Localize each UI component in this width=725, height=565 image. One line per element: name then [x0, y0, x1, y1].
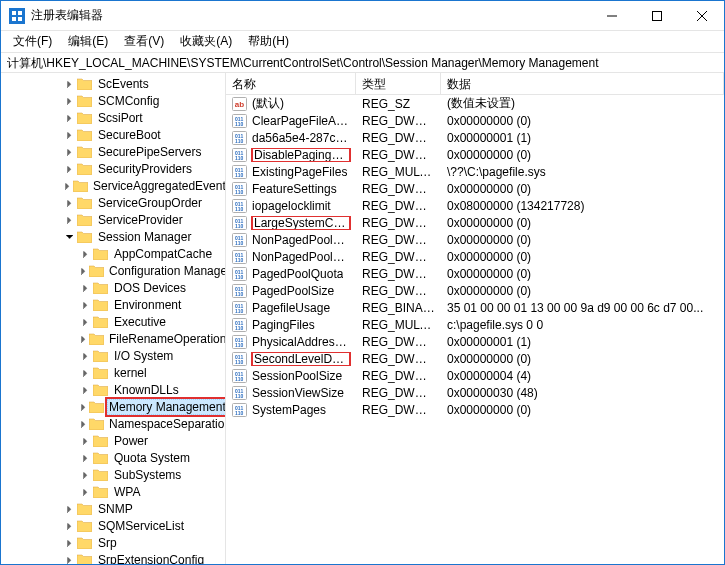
- tree-item[interactable]: ⏵SNMP: [63, 500, 225, 517]
- value-row[interactable]: 011110PagedPoolQuotaREG_DWORD0x00000000 …: [226, 265, 724, 282]
- minimize-button[interactable]: [589, 1, 634, 31]
- tree-item[interactable]: ⏵Environment: [79, 296, 225, 313]
- chevron-right-icon[interactable]: ⏵: [63, 112, 77, 123]
- tree-item[interactable]: ⏵FileRenameOperations: [79, 330, 225, 347]
- binary-value-icon: 011110: [232, 114, 248, 128]
- tree-item[interactable]: ⏵SQMServiceList: [63, 517, 225, 534]
- tree-item[interactable]: ⏵SCMConfig: [63, 92, 225, 109]
- folder-icon: [77, 502, 93, 516]
- tree-item[interactable]: ⏵ServiceProvider: [63, 211, 225, 228]
- chevron-right-icon[interactable]: ⏵: [79, 282, 93, 293]
- tree-item[interactable]: ⏵kernel: [79, 364, 225, 381]
- binary-value-icon: 011110: [232, 216, 248, 230]
- chevron-right-icon[interactable]: ⏵: [79, 367, 93, 378]
- tree-item[interactable]: ⏵Srp: [63, 534, 225, 551]
- chevron-right-icon[interactable]: ⏵: [79, 316, 93, 327]
- tree-item[interactable]: ⏵ScsiPort: [63, 109, 225, 126]
- value-row[interactable]: 011110FeatureSettingsREG_DWORD0x00000000…: [226, 180, 724, 197]
- chevron-right-icon[interactable]: ⏵: [79, 299, 93, 310]
- value-row[interactable]: 011110PagedPoolSizeREG_DWORD0x00000000 (…: [226, 282, 724, 299]
- menu-edit[interactable]: 编辑(E): [60, 31, 116, 52]
- values-panel[interactable]: 名称 类型 数据 ab(默认)REG_SZ(数值未设置)011110ClearP…: [226, 73, 724, 564]
- chevron-right-icon[interactable]: ⏵: [63, 163, 77, 174]
- close-button[interactable]: [679, 1, 724, 31]
- chevron-right-icon[interactable]: ⏵: [63, 95, 77, 106]
- chevron-right-icon[interactable]: ⏵: [63, 554, 77, 564]
- menu-help[interactable]: 帮助(H): [240, 31, 297, 52]
- tree-panel[interactable]: ⏵ScEvents⏵SCMConfig⏵ScsiPort⏵SecureBoot⏵…: [1, 73, 226, 564]
- tree-item[interactable]: ⏵DOS Devices: [79, 279, 225, 296]
- chevron-right-icon[interactable]: ⏵: [63, 129, 77, 140]
- tree-item[interactable]: ⏵WPA: [79, 483, 225, 500]
- chevron-right-icon[interactable]: ⏵: [79, 418, 89, 429]
- chevron-right-icon[interactable]: ⏵: [79, 469, 93, 480]
- value-data: (数值未设置): [441, 95, 724, 112]
- value-row[interactable]: 011110LargeSystemCacheREG_DWORD0x0000000…: [226, 214, 724, 231]
- tree-item[interactable]: ⏵I/O System: [79, 347, 225, 364]
- menu-file[interactable]: 文件(F): [5, 31, 60, 52]
- tree-item[interactable]: ⏵ServiceAggregatedEvents: [63, 177, 225, 194]
- tree-item[interactable]: ⏵Configuration Manager: [79, 262, 225, 279]
- tree-item[interactable]: ⏵SrpExtensionConfig: [63, 551, 225, 564]
- chevron-right-icon[interactable]: ⏵: [63, 146, 77, 157]
- tree-label: kernel: [112, 366, 149, 380]
- chevron-right-icon[interactable]: ⏵: [63, 214, 77, 225]
- chevron-right-icon[interactable]: ⏵: [63, 503, 77, 514]
- tree-item[interactable]: ⏵KnownDLLs: [79, 381, 225, 398]
- chevron-right-icon[interactable]: ⏵: [63, 520, 77, 531]
- tree-item[interactable]: ⏵Quota System: [79, 449, 225, 466]
- chevron-right-icon[interactable]: ⏵: [79, 248, 93, 259]
- folder-icon: [89, 332, 104, 346]
- tree-item[interactable]: ⏵SecurityProviders: [63, 160, 225, 177]
- chevron-right-icon[interactable]: ⏵: [79, 333, 89, 344]
- value-row[interactable]: 011110SystemPagesREG_DWORD0x00000000 (0): [226, 401, 724, 418]
- folder-icon: [89, 264, 104, 278]
- value-row[interactable]: 011110ClearPageFileAtShutdownREG_DWORD0x…: [226, 112, 724, 129]
- value-row[interactable]: 011110PagingFilesREG_MULTI_SZc:\pagefile…: [226, 316, 724, 333]
- chevron-right-icon[interactable]: ⏵: [79, 384, 93, 395]
- value-row[interactable]: 011110SessionPoolSizeREG_DWORD0x00000004…: [226, 367, 724, 384]
- col-name[interactable]: 名称: [226, 73, 356, 94]
- menubar: 文件(F) 编辑(E) 查看(V) 收藏夹(A) 帮助(H): [1, 31, 724, 53]
- tree-item[interactable]: ⏵ServiceGroupOrder: [63, 194, 225, 211]
- menu-favorites[interactable]: 收藏夹(A): [172, 31, 240, 52]
- value-row[interactable]: 011110NonPagedPoolQuotaREG_DWORD0x000000…: [226, 231, 724, 248]
- tree-item[interactable]: ⏵NamespaceSeparation: [79, 415, 225, 432]
- tree-item[interactable]: ⏵Memory Management: [79, 398, 225, 415]
- chevron-right-icon[interactable]: ⏵: [63, 537, 77, 548]
- value-row[interactable]: ab(默认)REG_SZ(数值未设置): [226, 95, 724, 112]
- value-row[interactable]: 011110SecondLevelDataCacheREG_DWORD0x000…: [226, 350, 724, 367]
- tree-item[interactable]: ⏵ScEvents: [63, 75, 225, 92]
- chevron-right-icon[interactable]: ⏵: [79, 452, 93, 463]
- value-row[interactable]: 011110SessionViewSizeREG_DWORD0x00000030…: [226, 384, 724, 401]
- value-row[interactable]: 011110da56a5e4-287c-4a5b-8...REG_DWORD0x…: [226, 129, 724, 146]
- tree-item[interactable]: ⏵SubSystems: [79, 466, 225, 483]
- value-row[interactable]: 011110PagefileUsageREG_BINARY35 01 00 00…: [226, 299, 724, 316]
- titlebar[interactable]: 注册表编辑器: [1, 1, 724, 31]
- chevron-right-icon[interactable]: ⏵: [79, 401, 89, 412]
- value-row[interactable]: 011110NonPagedPoolSizeREG_DWORD0x0000000…: [226, 248, 724, 265]
- chevron-right-icon[interactable]: ⏵: [63, 78, 77, 89]
- chevron-right-icon[interactable]: ⏵: [79, 435, 93, 446]
- chevron-down-icon[interactable]: ⏷: [63, 231, 77, 242]
- value-row[interactable]: 011110PhysicalAddressExtensionREG_DWORD0…: [226, 333, 724, 350]
- tree-item[interactable]: ⏵AppCompatCache: [79, 245, 225, 262]
- chevron-right-icon[interactable]: ⏵: [79, 350, 93, 361]
- address-bar[interactable]: 计算机\HKEY_LOCAL_MACHINE\SYSTEM\CurrentCon…: [1, 53, 724, 73]
- col-type[interactable]: 类型: [356, 73, 441, 94]
- col-data[interactable]: 数据: [441, 73, 724, 94]
- value-row[interactable]: 011110iopagelocklimitREG_DWORD0x08000000…: [226, 197, 724, 214]
- value-row[interactable]: 011110ExistingPageFilesREG_MULTI_SZ\??\C…: [226, 163, 724, 180]
- tree-item[interactable]: ⏵Power: [79, 432, 225, 449]
- value-row[interactable]: 011110DisablePagingExecutiveREG_DWORD0x0…: [226, 146, 724, 163]
- chevron-right-icon[interactable]: ⏵: [79, 486, 93, 497]
- menu-view[interactable]: 查看(V): [116, 31, 172, 52]
- chevron-right-icon[interactable]: ⏵: [63, 197, 77, 208]
- tree-item[interactable]: ⏵SecurePipeServers: [63, 143, 225, 160]
- tree-item[interactable]: ⏷Session Manager: [63, 228, 225, 245]
- chevron-right-icon[interactable]: ⏵: [63, 180, 73, 191]
- tree-item[interactable]: ⏵SecureBoot: [63, 126, 225, 143]
- chevron-right-icon[interactable]: ⏵: [79, 265, 89, 276]
- tree-item[interactable]: ⏵Executive: [79, 313, 225, 330]
- maximize-button[interactable]: [634, 1, 679, 31]
